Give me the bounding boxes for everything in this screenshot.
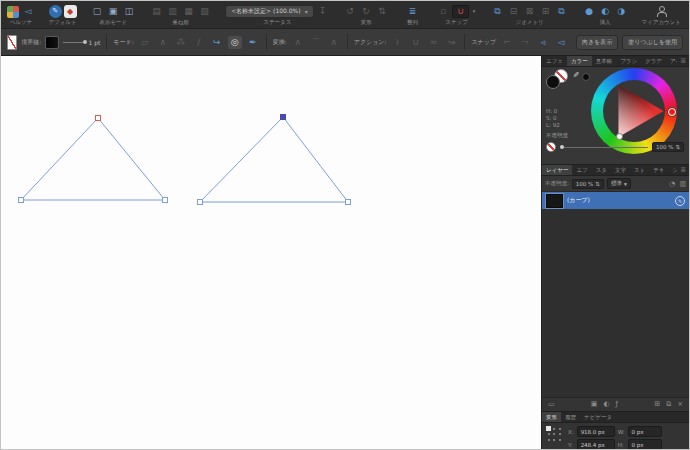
triangle-shape-2[interactable] bbox=[200, 117, 348, 202]
line-mode-icon[interactable]: ∕ bbox=[192, 36, 206, 49]
move-forward-icon[interactable]: ▥ bbox=[166, 5, 180, 18]
share-icon[interactable]: ◅ bbox=[21, 5, 35, 18]
fill-selector-swatch[interactable] bbox=[546, 75, 560, 89]
transform-field-value[interactable]: 0 px bbox=[628, 426, 662, 437]
curve-node-hollow-red[interactable] bbox=[96, 116, 101, 121]
convert-sharp-icon[interactable]: ∧ bbox=[291, 36, 305, 49]
panel-menu-icon[interactable]: ≣ bbox=[677, 56, 689, 66]
lock-layer-icon[interactable]: ▥ bbox=[679, 180, 686, 188]
canvas-artwork[interactable] bbox=[1, 56, 541, 450]
transform-field-value[interactable]: 918.0 px bbox=[577, 426, 615, 437]
transform-field-value[interactable]: 248.4 px bbox=[577, 439, 615, 449]
designer-persona-icon[interactable] bbox=[7, 6, 19, 18]
curve-node-hollow[interactable] bbox=[19, 198, 24, 203]
tab-ナビゲータ[interactable]: ナビゲータ bbox=[580, 412, 616, 422]
tab-スト[interactable]: スト bbox=[630, 165, 649, 175]
hue-marker[interactable] bbox=[668, 108, 676, 116]
lasso-mode-icon[interactable]: ⁂ bbox=[174, 36, 188, 49]
color-opacity-value[interactable]: 100 %⇅ bbox=[652, 142, 684, 152]
boolean-intersect-icon[interactable]: ⊠ bbox=[523, 5, 537, 18]
curve-node-hollow[interactable] bbox=[346, 200, 351, 205]
layer-opacity-value[interactable]: 100 %⇅ bbox=[572, 179, 604, 189]
transform-field-value[interactable]: 0 px bbox=[628, 439, 662, 449]
reverse-curve-icon[interactable]: ↝ bbox=[444, 36, 458, 49]
tab-変形[interactable]: 変形 bbox=[542, 412, 561, 422]
document-status-dropdown[interactable]: <名称未設定> (100.0%)▾ bbox=[225, 5, 314, 18]
tab-シン[interactable]: シン bbox=[668, 165, 677, 175]
curve-node-filled[interactable] bbox=[281, 115, 286, 120]
insert-behind-icon[interactable]: ◐ bbox=[598, 5, 612, 18]
move-to-back-icon[interactable]: ▧ bbox=[198, 5, 212, 18]
convert-smooth-icon[interactable]: ⌒ bbox=[309, 36, 323, 49]
status-export-icon[interactable]: ↧ bbox=[316, 5, 330, 18]
layer-list-empty-area[interactable] bbox=[542, 209, 689, 397]
insert-on-top-icon[interactable]: ◑ bbox=[614, 5, 628, 18]
retina-view-icon[interactable]: ◫ bbox=[122, 5, 136, 18]
flip-icon[interactable]: ⇅ bbox=[375, 5, 389, 18]
vector-view-icon[interactable]: ▢ bbox=[90, 5, 104, 18]
boolean-add-icon[interactable]: ⧉ bbox=[491, 5, 505, 18]
shade-marker[interactable] bbox=[616, 133, 623, 140]
pixel-view-icon[interactable]: ▣ bbox=[106, 5, 120, 18]
layer-row[interactable]: (カーブ)✎ bbox=[542, 192, 689, 209]
snap-options-icon[interactable]: ▾ bbox=[471, 5, 477, 18]
tab-テキ[interactable]: テキ bbox=[649, 165, 668, 175]
layer-options-icon[interactable]: ▭ bbox=[548, 401, 555, 408]
edit-defaults-icon[interactable]: ✎ bbox=[49, 5, 62, 18]
tab-履歴[interactable]: 履歴 bbox=[561, 412, 580, 422]
tab-グラデ[interactable]: グラデ bbox=[641, 56, 666, 66]
account-icon[interactable] bbox=[654, 5, 669, 18]
tab-文字[interactable]: 文字 bbox=[611, 165, 630, 175]
break-curve-icon[interactable]: ≀ bbox=[390, 36, 404, 49]
mask-layer-icon[interactable]: ⊞ bbox=[654, 401, 660, 408]
snap-candidates-icon[interactable]: ▫ bbox=[436, 5, 450, 18]
curve-node-hollow[interactable] bbox=[198, 200, 203, 205]
convert-smart-icon[interactable]: ∧ bbox=[327, 36, 341, 49]
snap-handles-icon[interactable]: ◅ bbox=[554, 36, 568, 49]
boolean-subtract-icon[interactable]: ⊟ bbox=[507, 5, 521, 18]
anchor-point-selector[interactable] bbox=[546, 426, 563, 443]
smooth-curve-icon[interactable]: ≈ bbox=[426, 36, 440, 49]
close-curve-icon[interactable]: ∪ bbox=[408, 36, 422, 49]
curve-node-hollow[interactable] bbox=[163, 198, 168, 203]
eyedropper-icon[interactable]: ✎ bbox=[571, 71, 580, 78]
align-icon[interactable]: ≣ bbox=[406, 5, 420, 18]
snapping-magnet-icon[interactable]: ∪ bbox=[452, 5, 469, 18]
tab-スタ[interactable]: スタ bbox=[592, 165, 611, 175]
boolean-xor-icon[interactable]: ⊞ bbox=[539, 5, 553, 18]
color-opacity-slider[interactable] bbox=[560, 147, 648, 148]
anchor-cell-8[interactable] bbox=[557, 437, 563, 443]
new-layer-icon[interactable]: ⧉ bbox=[666, 401, 671, 408]
document-canvas[interactable] bbox=[1, 56, 541, 450]
tab-アセッ[interactable]: アセッ bbox=[666, 56, 677, 66]
shape-style-icon[interactable]: ◆ bbox=[64, 5, 77, 18]
move-backward-icon[interactable]: ▦ bbox=[182, 5, 196, 18]
blend-mode-dropdown[interactable]: 標準▾ bbox=[607, 178, 631, 189]
stroke-color-swatch[interactable] bbox=[7, 35, 17, 50]
adjustment-layer-icon[interactable]: ◐ bbox=[603, 401, 609, 408]
rotate-cw-icon[interactable]: ↻ bbox=[359, 5, 373, 18]
tangent-mode-icon[interactable]: ◎ bbox=[228, 36, 242, 49]
rotate-ccw-icon[interactable]: ↺ bbox=[343, 5, 357, 18]
tab-カラー[interactable]: カラー bbox=[567, 56, 592, 66]
move-to-front-icon[interactable]: ▤ bbox=[150, 5, 164, 18]
triangle-shape-1[interactable] bbox=[21, 118, 165, 200]
noise-swatch-icon[interactable] bbox=[546, 142, 556, 152]
curve-edit-icon[interactable]: ↪ bbox=[210, 36, 224, 49]
tab-レイヤー[interactable]: レイヤー bbox=[542, 165, 572, 175]
snap-off-curve-icon[interactable]: ¬ bbox=[518, 36, 532, 49]
align-handle-positions-icon[interactable]: ◃ bbox=[536, 36, 550, 49]
sharp-node-icon[interactable]: ∧ bbox=[156, 36, 170, 49]
pen-mode-icon[interactable]: ✒ bbox=[246, 36, 260, 49]
panel-menu-icon[interactable]: ≣ bbox=[677, 165, 689, 175]
select-mode-icon[interactable]: ▱ bbox=[138, 36, 152, 49]
insert-inside-icon[interactable]: ● bbox=[582, 5, 596, 18]
stroke-width-slider[interactable] bbox=[63, 42, 84, 43]
show-orientation-button[interactable]: 向きを表示 bbox=[576, 35, 618, 50]
blend-options-icon[interactable]: ◔ bbox=[669, 180, 675, 188]
tab-エフ[interactable]: エフ bbox=[572, 165, 591, 175]
snap-to-geometry-icon[interactable]: ⌐ bbox=[500, 36, 514, 49]
tab-見本帳[interactable]: 見本帳 bbox=[592, 56, 617, 66]
delete-layer-icon[interactable]: × bbox=[677, 401, 683, 408]
tab-エフェ[interactable]: エフェ bbox=[542, 56, 567, 66]
